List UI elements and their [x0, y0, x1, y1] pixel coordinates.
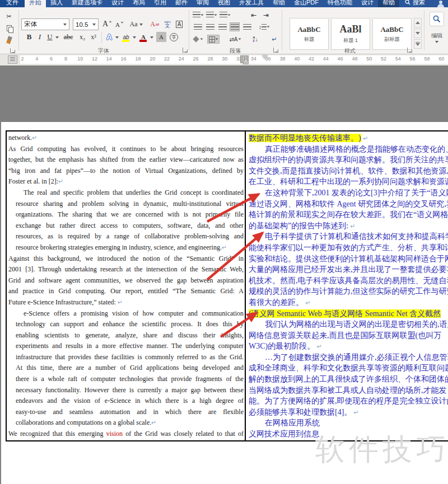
- text-effects-button[interactable]: A: [104, 32, 114, 42]
- ribbon-tab-3[interactable]: 新建选项卡: [67, 0, 107, 7]
- underline-menu-arrow[interactable]: [55, 36, 59, 39]
- grow-font-button[interactable]: A: [102, 18, 113, 30]
- ruler-number: 14: [106, 56, 112, 62]
- format-painter-button[interactable]: [3, 35, 15, 44]
- english-line: resource brokering strategies emerging i…: [8, 242, 244, 253]
- superscript-button[interactable]: x²: [88, 32, 99, 42]
- font-color-button[interactable]: A: [138, 32, 148, 42]
- borders-button[interactable]: [207, 35, 220, 44]
- ruler-number: 52: [381, 56, 386, 62]
- sort-button[interactable]: AZ ↓: [250, 35, 261, 44]
- shrink-font-button[interactable]: A: [115, 20, 125, 30]
- ribbon-tab-10[interactable]: 开发工具: [235, 0, 268, 7]
- highlight-menu-arrow[interactable]: [133, 36, 136, 39]
- ribbon-tab-8[interactable]: 审阅: [192, 0, 213, 7]
- font-color-menu-arrow[interactable]: [150, 36, 153, 39]
- ruler-number: 60: [438, 56, 444, 62]
- style-card-title[interactable]: AaBbC 标题: [290, 18, 329, 50]
- translation-line: 网络信息资源关联起来,而且也是国际互联网联盟(也叫万: [249, 330, 448, 341]
- format-painter-icon: [6, 36, 12, 44]
- paragraph-dialog-launcher[interactable]: [273, 48, 278, 53]
- style-card-subtitle[interactable]: AaBbC 副标题: [372, 18, 412, 50]
- superscript-icon: x²: [91, 33, 96, 41]
- strikethrough-button[interactable]: abc: [62, 32, 75, 42]
- line-spacing-button[interactable]: ↕: [258, 22, 271, 31]
- character-shading-button[interactable]: A: [156, 32, 166, 42]
- account-icon[interactable]: [437, 1, 445, 7]
- enclose-characters-button[interactable]: 字: [169, 32, 179, 42]
- left-column-english-text[interactable]: network.↵As Grid computing has evolved, …: [8, 133, 244, 440]
- align-center-button[interactable]: [205, 22, 215, 31]
- font-name-combo[interactable]: 宋体: [21, 18, 69, 30]
- ruler-number: 38: [279, 56, 285, 62]
- bold-button[interactable]: B: [25, 32, 34, 42]
- edit-menu-arrow[interactable]: [435, 41, 438, 43]
- character-border-button[interactable]: A: [174, 19, 184, 29]
- clipboard-dialog-launcher[interactable]: [10, 48, 15, 53]
- ribbon-tab-4[interactable]: 设计: [107, 0, 128, 7]
- decrease-indent-button[interactable]: ⇤: [249, 10, 259, 20]
- ribbon-tab-5[interactable]: 布局: [128, 0, 150, 7]
- tab-selector[interactable]: [8, 55, 17, 64]
- ribbon-tab-12[interactable]: 金山PDF: [290, 0, 323, 7]
- increase-indent-button[interactable]: ⇥: [261, 10, 271, 20]
- numbering-button[interactable]: [206, 10, 217, 20]
- justify-button[interactable]: [230, 22, 240, 31]
- bullets-button[interactable]: [193, 10, 204, 20]
- english-line: necessary functionality. However there i…: [8, 385, 244, 396]
- ruler-number: 34: [251, 56, 256, 62]
- ribbon-tab-13[interactable]: 特色功能: [323, 0, 357, 7]
- styles-dialog-launcher[interactable]: [407, 48, 412, 53]
- horizontal-ruler[interactable]: 2468101214161820222426283032343638404244…: [0, 54, 448, 65]
- translation-line: 格计算的前景和现实之间存在较大差距。我们在“语义网格:: [249, 209, 448, 220]
- english-line: there is a whole raft of computer techno…: [8, 374, 244, 385]
- hanging-indent-marker[interactable]: [243, 59, 249, 64]
- asian-layout-button[interactable]: ⇄A: [228, 35, 242, 44]
- show-marks-button[interactable]: ↵: [270, 35, 279, 44]
- styles-scroll-up[interactable]: [414, 18, 422, 27]
- first-line-indent-marker[interactable]: [262, 55, 268, 59]
- ribbon-tab-6[interactable]: 引用: [150, 0, 171, 7]
- tellme-search[interactable]: 搜索: [399, 0, 431, 7]
- italic-button[interactable]: I: [36, 32, 44, 42]
- font-size-combo[interactable]: 10.5: [73, 18, 99, 30]
- right-column-translation-text[interactable]: 数据而不明显地丧失传输速率。) ↵真正能够准确描述网格的概念是指能够在动态变化的…: [249, 133, 448, 440]
- style-card-heading1[interactable]: AaBl 标题 1: [331, 18, 370, 50]
- align-right-button[interactable]: [217, 22, 227, 31]
- ribbon-tab-14[interactable]: 设计: [357, 0, 378, 7]
- multilevel-list-button[interactable]: [220, 10, 231, 20]
- ribbon-tab-15[interactable]: 帮助: [378, 0, 399, 7]
- change-case-button[interactable]: Aa: [129, 19, 143, 30]
- phonetic-guide-button[interactable]: wén 文: [162, 17, 172, 31]
- font-dialog-launcher[interactable]: [183, 48, 188, 53]
- copy-button[interactable]: [3, 24, 15, 32]
- styles-gallery-more[interactable]: [414, 39, 422, 49]
- ribbon-tab-0[interactable]: 文件: [0, 0, 25, 7]
- shading-button[interactable]: [193, 35, 204, 44]
- translation-line: 机技术。然而,电子科学应该具备高层次的易用性、无缝自动: [249, 275, 448, 286]
- underline-button[interactable]: U: [46, 32, 54, 42]
- text-effects-arrow[interactable]: [115, 36, 119, 39]
- italic-icon: I: [39, 32, 41, 41]
- translation-line: 解的数据放到网上的工具很快成了许多组织、个体和团体的重: [249, 374, 448, 385]
- clear-formatting-button[interactable]: A: [149, 19, 160, 30]
- find-button[interactable]: [430, 12, 444, 26]
- ribbon-tab-1[interactable]: 开始: [25, 0, 46, 7]
- ribbon-tab-7[interactable]: 邮件: [171, 0, 192, 7]
- english-line: technology can support and enhance the s…: [8, 319, 244, 330]
- styles-scroll-down[interactable]: [414, 29, 422, 38]
- cut-button[interactable]: ✂: [3, 12, 15, 21]
- english-line: endeavors and the vision of e-Science in…: [8, 396, 244, 407]
- align-left-button[interactable]: [193, 22, 203, 31]
- distribute-button[interactable]: [242, 22, 252, 31]
- text-highlight-button[interactable]: ab: [121, 32, 131, 42]
- eraser-icon: A: [150, 20, 155, 29]
- copy-icon: [7, 25, 12, 31]
- style-name: 标题: [304, 36, 314, 43]
- ribbon-tab-11[interactable]: 帮助: [268, 0, 290, 7]
- subscript-button[interactable]: x₂: [77, 32, 87, 42]
- translation-line: 电子科学提供了计算机和通信技术如何支持和提高科学处: [249, 231, 448, 242]
- ribbon-tab-9[interactable]: 视图: [213, 0, 235, 7]
- ribbon-tab-2[interactable]: 插入: [46, 0, 67, 7]
- ruler-number: 42: [309, 56, 314, 62]
